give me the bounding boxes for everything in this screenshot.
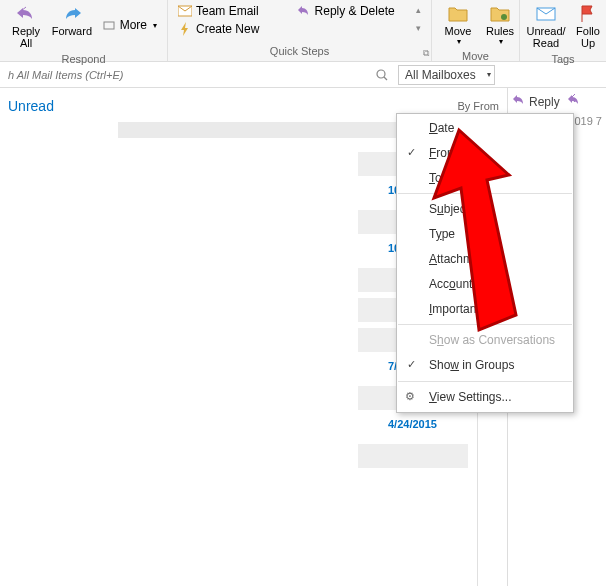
rules-icon [488,4,512,24]
search-icon[interactable] [376,69,388,84]
svg-rect-0 [104,22,114,29]
sort-show-groups[interactable]: ✓Show in Groups [397,353,573,378]
list-item[interactable] [358,444,468,468]
reply-all-icon [14,4,38,24]
sort-by-label[interactable]: By From [457,100,499,112]
separator [398,381,572,382]
sort-attachments[interactable]: Attachments [397,247,573,272]
forward-label: Forward [52,25,92,37]
checkmark-icon: ✓ [407,145,416,160]
sort-view-settings[interactable]: ⚙View Settings... [397,385,573,410]
quicksteps-launcher[interactable]: ⧉ [423,48,429,59]
sort-date[interactable]: Date [397,116,573,141]
reply-all-label: Reply All [12,25,40,49]
sort-to[interactable]: To [397,166,573,191]
create-new-button[interactable]: Create New [174,20,293,38]
svg-point-4 [377,70,385,78]
filter-unread[interactable]: Unread [8,98,54,114]
chevron-down-icon: ▾ [457,37,461,46]
sort-menu: Date ✓From To Subject Type Attachments A… [396,113,574,413]
tags-group-label: Tags [526,51,600,67]
move-button[interactable]: Move ▾ [438,2,478,48]
follow-up-label: Follo Up [576,25,600,49]
sort-account[interactable]: Account [397,272,573,297]
reply-all-icon[interactable] [566,94,582,109]
checkmark-icon: ✓ [407,357,416,372]
sort-importance[interactable]: Importance [397,297,573,322]
svg-point-2 [501,14,507,20]
quickstep-down-button[interactable]: ▾ [411,20,425,38]
separator [398,193,572,194]
rules-label: Rules [486,25,514,37]
forward-icon [60,4,84,24]
create-new-label: Create New [196,22,259,36]
more-label: More [120,18,147,32]
search-bar: All Mailboxes ▾ [0,62,606,88]
more-icon [102,18,116,32]
more-button[interactable]: More ▾ [98,16,161,34]
sort-subject[interactable]: Subject [397,197,573,222]
move-btn-label: Move [445,25,472,37]
rules-button[interactable]: Rules ▾ [480,2,520,48]
mailbox-select-label: All Mailboxes [405,68,476,82]
chevron-down-icon: ▾ [153,21,157,30]
quicksteps-group-label: Quick Steps [174,43,425,59]
reply-icon [512,94,526,109]
move-folder-icon [446,4,470,24]
chevron-down-icon: ▾ [487,70,491,79]
ribbon: Reply All Forward More ▾ Respond Team Em… [0,0,606,62]
search-input[interactable] [4,65,171,85]
reply-delete-label: Reply & Delete [315,4,395,18]
date-header: 4/24/2015 [388,418,507,430]
gear-icon: ⚙ [405,389,415,404]
reply-all-button[interactable]: Reply All [6,2,46,51]
sort-from[interactable]: ✓From [397,141,573,166]
team-email-button[interactable]: Team Email [174,2,293,20]
move-group-label: Move [438,48,513,64]
team-email-label: Team Email [196,4,259,18]
separator [398,324,572,325]
unread-read-button[interactable]: Unread/ Read [526,2,566,51]
mail-icon [178,4,192,18]
sort-show-conversations: Show as Conversations [397,328,573,353]
follow-up-button[interactable]: Follo Up [568,2,606,51]
forward-button[interactable]: Forward [48,2,96,39]
unread-read-label: Unread/ Read [526,25,565,49]
reply-delete-button[interactable]: Reply & Delete [293,2,412,20]
reply-label: Reply [529,95,560,109]
reply-delete-icon [297,4,311,18]
envelope-icon [534,4,558,24]
svg-line-5 [384,77,387,80]
mailbox-select[interactable]: All Mailboxes ▾ [398,65,495,85]
reply-button[interactable]: Reply [512,94,560,109]
flag-icon [576,4,600,24]
sort-type[interactable]: Type [397,222,573,247]
chevron-down-icon: ▾ [499,37,503,46]
lightning-icon [178,22,192,36]
quickstep-up-button[interactable]: ▴ [411,2,425,20]
